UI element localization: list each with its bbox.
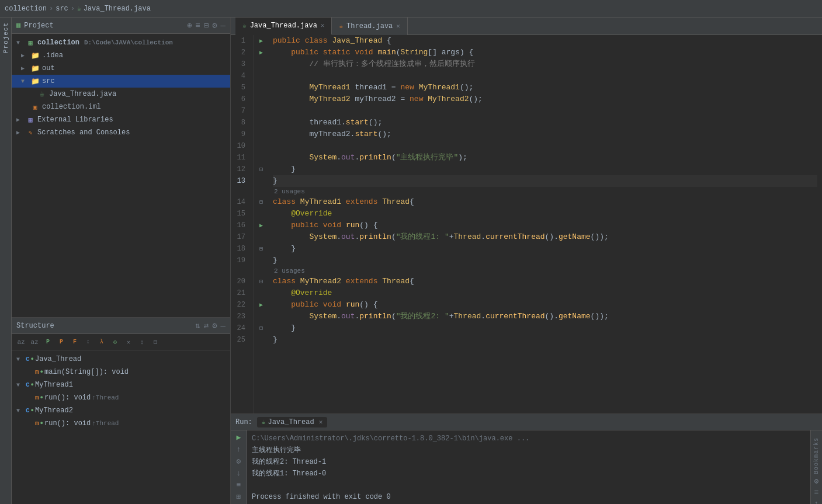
tree-item-detail: D:\Code\JAVA\collection [84,39,173,46]
gutter-15 [254,208,268,220]
struct-item-main[interactable]: ▼ m ● main(String[]): void [12,366,230,378]
fold-icon-12[interactable]: ⊟ [259,166,263,173]
structure-header: Structure ⇅ ⇄ ⚙ — [12,318,230,334]
code-content[interactable]: public class Java_Thread { public static [268,35,822,413]
show-protected-btn[interactable]: P [56,336,67,348]
show-inner-btn[interactable]: ↕ [82,336,94,348]
code-line-2: public static void main ( String [] args… [273,47,817,58]
bottom-icon-2[interactable]: ≡ [811,488,823,497]
tree-item-iml[interactable]: ▶ ▣ collection.iml [12,100,230,113]
tab-java-thread[interactable]: ☕ Java_Thread.java ✕ [235,18,332,35]
run-tab-close[interactable]: ✕ [319,418,323,426]
tree-item-idea[interactable]: ▶ 📁 .idea [12,49,230,62]
settings-icon[interactable]: ⚙ [212,20,217,30]
gutter-1: ▶ [254,35,268,47]
show-public-btn[interactable]: P [42,336,54,348]
sort-alpha-btn[interactable]: az [15,336,27,348]
minimize-icon[interactable]: — [221,21,226,30]
struct-settings-icon[interactable]: ⚙ [212,321,217,331]
tree-item-scratches[interactable]: ▶ ✎ Scratches and Consoles [12,126,230,139]
run-stop-btn[interactable]: ↑ [233,444,245,454]
fold-icon-24[interactable]: ⊟ [259,325,263,332]
ln-3: 3 [231,58,249,70]
run-tab[interactable]: ☕ Java_Thread ✕ [257,417,327,427]
fold-icon-18[interactable]: ⊟ [259,245,263,252]
tab-thread-label: Thread.java [346,22,393,30]
show-anon-btn[interactable]: ⊙ [109,336,121,348]
structure-header-icons: ⇅ ⇄ ⚙ — [195,321,226,331]
run-toolbar: ▶ ↑ ⚙ ↓ ≡ ⊞ [231,430,247,504]
struct-item-mythread1[interactable]: ▼ C ● MyThread1 [12,378,230,391]
method-icon-main: m [35,369,39,376]
tree-item-label-out: out [42,64,55,72]
struct-sort-icon[interactable]: ⇅ [195,321,200,331]
tab-close-java[interactable]: ✕ [321,22,325,29]
breadcrumb-collection[interactable]: collection [5,5,47,13]
code-line-15: @Override [273,208,817,220]
struct-item-content: C ● Java_Thread [26,355,81,363]
struct-item-mythread2[interactable]: ▼ C ● MyThread2 [12,404,230,417]
bottom-icon-1[interactable]: ⚙ [811,477,823,486]
project-panel: ▦ Project ⊕ ≡ ⊟ ⚙ — ▼ ▦ collection D:\Co… [12,18,231,504]
tree-item-collection[interactable]: ▼ ▦ collection D:\Code\JAVA\collection [12,36,230,49]
fold-icon-14[interactable]: ⊟ [259,199,263,206]
tree-item-label: collection [37,39,79,47]
locate-icon[interactable]: ⊕ [187,20,192,30]
struct-type-run1: ↑Thread [92,394,119,401]
show-lambdas-btn[interactable]: λ [96,336,107,348]
project-panel-header: ▦ Project ⊕ ≡ ⊟ ⚙ — [12,18,230,34]
sort-visibility-btn[interactable]: az [29,336,40,348]
run-icon-1[interactable]: ▶ [259,37,263,44]
tree-item-src[interactable]: ▼ 📁 src [12,75,230,88]
run-icon-2[interactable]: ▶ [259,49,263,56]
struct-type-run2: ↑Thread [92,420,119,427]
ln-23: 23 [231,311,249,322]
filter-icon[interactable]: ⊟ [204,20,209,30]
struct-item-java-thread[interactable]: ▼ C ● Java_Thread [12,353,230,366]
run-icon-22[interactable]: ▶ [259,301,263,308]
ln-8: 8 [231,117,249,128]
out-folder-icon: 📁 [30,64,40,73]
run-settings-btn[interactable]: ⚙ [233,457,245,466]
struct-minimize-icon[interactable]: — [221,321,226,331]
run-wrap-btn[interactable]: ≡ [233,480,245,489]
expand-all-btn[interactable]: ↕ [136,336,148,348]
gutter-14: ⊟ [254,196,268,208]
tree-item-label-java-thread: Java_Thread.java [49,90,116,98]
breadcrumb-src[interactable]: src [56,5,68,13]
method-icon-run1: m [35,394,39,401]
breadcrumb-file[interactable]: ☕ Java_Thread.java [77,5,151,13]
code-line-4 [273,70,817,82]
tab-java-icon: ☕ [242,22,247,29]
struct-item-run2[interactable]: ▼ m ● run(): void ↑Thread [12,417,230,430]
collapse-all-btn[interactable]: ⊟ [150,336,161,348]
show-private-btn[interactable]: ✕ [123,336,134,348]
fold-icon-20[interactable]: ⊟ [259,278,263,285]
run-panel: Run: ☕ Java_Thread ✕ ▶ ↑ ⚙ ↓ ≡ [231,413,822,504]
tree-item-ext-libs[interactable]: ▶ ▦ External Libraries [12,113,230,126]
breadcrumb-bar: collection › src › ☕ Java_Thread.java [0,0,822,18]
tree-item-java-thread[interactable]: ▶ ☕ Java_Thread.java [12,88,230,100]
gutter-6 [254,93,268,105]
run-play-btn[interactable]: ▶ [233,433,245,442]
bookmarks-label[interactable]: Bookmarks [813,437,820,474]
bottom-icon-3[interactable]: ↕ [811,499,823,504]
tab-thread[interactable]: ☕ Thread.java ✕ [332,18,407,35]
project-sidebar-label[interactable]: Project [2,22,9,53]
tab-close-thread[interactable]: ✕ [396,22,400,30]
ln-13: 13 [231,175,249,187]
project-panel-icon: ▦ [16,21,20,30]
gutter-5 [254,82,268,93]
sort-icon[interactable]: ≡ [195,21,200,30]
run-scroll-btn[interactable]: ↓ [233,468,245,478]
structure-title: Structure [16,322,192,330]
run-icon-16[interactable]: ▶ [259,222,263,229]
struct-item-run1[interactable]: ▼ m ● run(): void ↑Thread [12,391,230,404]
run-print-btn[interactable]: ⊞ [233,492,245,502]
gutter-19 [254,255,268,266]
tree-item-label-scratches: Scratches and Consoles [37,128,130,137]
struct-filter-icon[interactable]: ⇄ [204,321,209,331]
tree-item-out[interactable]: ▶ 📁 out [12,62,230,75]
java-file-icon: ☕ [37,89,47,99]
show-fields-btn[interactable]: F [69,336,81,348]
